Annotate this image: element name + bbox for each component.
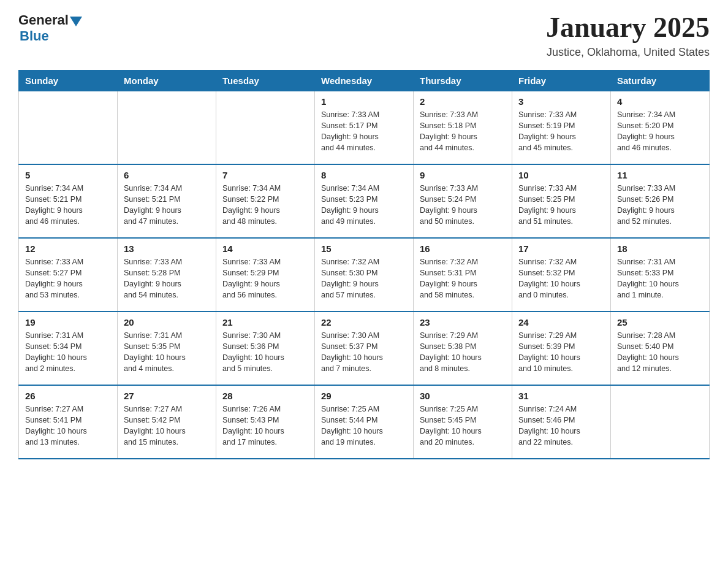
calendar-day-cell: 7Sunrise: 7:34 AM Sunset: 5:22 PM Daylig…: [216, 164, 315, 238]
day-info: Sunrise: 7:25 AM Sunset: 5:45 PM Dayligh…: [420, 404, 506, 448]
day-info: Sunrise: 7:33 AM Sunset: 5:24 PM Dayligh…: [420, 183, 506, 228]
calendar-day-cell: [118, 91, 216, 164]
day-number: 28: [222, 391, 308, 401]
calendar-week-row: 1Sunrise: 7:33 AM Sunset: 5:17 PM Daylig…: [19, 91, 710, 164]
calendar-day-cell: 25Sunrise: 7:28 AM Sunset: 5:40 PM Dayli…: [611, 312, 710, 385]
day-info: Sunrise: 7:26 AM Sunset: 5:43 PM Dayligh…: [222, 404, 308, 448]
calendar-day-cell: 21Sunrise: 7:30 AM Sunset: 5:36 PM Dayli…: [216, 312, 315, 385]
logo: General Blue: [18, 12, 82, 44]
day-number: 15: [321, 243, 407, 254]
calendar-day-cell: 31Sunrise: 7:24 AM Sunset: 5:46 PM Dayli…: [512, 385, 611, 459]
calendar-day-cell: 17Sunrise: 7:32 AM Sunset: 5:32 PM Dayli…: [512, 238, 611, 312]
day-number: 1: [321, 96, 407, 107]
day-number: 11: [617, 170, 703, 180]
day-info: Sunrise: 7:29 AM Sunset: 5:38 PM Dayligh…: [420, 330, 506, 375]
day-number: 7: [222, 170, 308, 180]
day-info: Sunrise: 7:33 AM Sunset: 5:18 PM Dayligh…: [420, 109, 506, 154]
day-info: Sunrise: 7:33 AM Sunset: 5:26 PM Dayligh…: [617, 183, 703, 228]
day-number: 19: [25, 317, 111, 327]
calendar-day-header: Sunday: [19, 70, 118, 91]
calendar-week-row: 5Sunrise: 7:34 AM Sunset: 5:21 PM Daylig…: [19, 164, 710, 238]
day-info: Sunrise: 7:31 AM Sunset: 5:35 PM Dayligh…: [124, 330, 210, 375]
day-number: 21: [222, 317, 308, 327]
calendar-day-cell: 2Sunrise: 7:33 AM Sunset: 5:18 PM Daylig…: [414, 91, 512, 164]
day-number: 17: [518, 243, 604, 254]
calendar-day-cell: [19, 91, 118, 164]
calendar-day-cell: 5Sunrise: 7:34 AM Sunset: 5:21 PM Daylig…: [19, 164, 118, 238]
calendar-table: SundayMondayTuesdayWednesdayThursdayFrid…: [18, 70, 710, 460]
day-number: 20: [124, 317, 210, 327]
calendar-day-cell: 26Sunrise: 7:27 AM Sunset: 5:41 PM Dayli…: [19, 385, 118, 459]
calendar-day-cell: 30Sunrise: 7:25 AM Sunset: 5:45 PM Dayli…: [414, 385, 512, 459]
day-info: Sunrise: 7:25 AM Sunset: 5:44 PM Dayligh…: [321, 404, 407, 448]
calendar-day-header: Tuesday: [216, 70, 315, 91]
calendar-day-header: Friday: [512, 70, 611, 91]
day-info: Sunrise: 7:31 AM Sunset: 5:34 PM Dayligh…: [25, 330, 111, 375]
day-number: 14: [222, 243, 308, 254]
calendar-week-row: 19Sunrise: 7:31 AM Sunset: 5:34 PM Dayli…: [19, 312, 710, 385]
calendar-day-header: Wednesday: [315, 70, 414, 91]
day-info: Sunrise: 7:33 AM Sunset: 5:28 PM Dayligh…: [124, 256, 210, 301]
header: General Blue January 2025 Justice, Oklah…: [18, 12, 710, 59]
day-number: 29: [321, 391, 407, 401]
calendar-day-cell: 23Sunrise: 7:29 AM Sunset: 5:38 PM Dayli…: [414, 312, 512, 385]
calendar-day-cell: 15Sunrise: 7:32 AM Sunset: 5:30 PM Dayli…: [315, 238, 414, 312]
calendar-day-cell: 13Sunrise: 7:33 AM Sunset: 5:28 PM Dayli…: [118, 238, 216, 312]
day-info: Sunrise: 7:30 AM Sunset: 5:37 PM Dayligh…: [321, 330, 407, 375]
day-info: Sunrise: 7:31 AM Sunset: 5:33 PM Dayligh…: [617, 256, 703, 301]
day-number: 12: [25, 243, 111, 254]
day-info: Sunrise: 7:34 AM Sunset: 5:23 PM Dayligh…: [321, 183, 407, 228]
calendar-day-cell: 27Sunrise: 7:27 AM Sunset: 5:42 PM Dayli…: [118, 385, 216, 459]
calendar-day-cell: 10Sunrise: 7:33 AM Sunset: 5:25 PM Dayli…: [512, 164, 611, 238]
day-info: Sunrise: 7:33 AM Sunset: 5:27 PM Dayligh…: [25, 256, 111, 301]
day-info: Sunrise: 7:32 AM Sunset: 5:30 PM Dayligh…: [321, 256, 407, 301]
calendar-day-cell: 28Sunrise: 7:26 AM Sunset: 5:43 PM Dayli…: [216, 385, 315, 459]
logo-triangle-icon: [70, 17, 82, 26]
calendar-day-header: Monday: [118, 70, 216, 91]
day-number: 30: [420, 391, 506, 401]
calendar-day-cell: 3Sunrise: 7:33 AM Sunset: 5:19 PM Daylig…: [512, 91, 611, 164]
day-number: 4: [617, 96, 703, 107]
day-info: Sunrise: 7:34 AM Sunset: 5:21 PM Dayligh…: [124, 183, 210, 228]
calendar-day-cell: 14Sunrise: 7:33 AM Sunset: 5:29 PM Dayli…: [216, 238, 315, 312]
day-info: Sunrise: 7:34 AM Sunset: 5:20 PM Dayligh…: [617, 109, 703, 154]
calendar-week-row: 26Sunrise: 7:27 AM Sunset: 5:41 PM Dayli…: [19, 385, 710, 459]
calendar-day-cell: 9Sunrise: 7:33 AM Sunset: 5:24 PM Daylig…: [414, 164, 512, 238]
day-number: 10: [518, 170, 604, 180]
day-number: 8: [321, 170, 407, 180]
day-number: 25: [617, 317, 703, 327]
day-info: Sunrise: 7:34 AM Sunset: 5:21 PM Dayligh…: [25, 183, 111, 228]
day-info: Sunrise: 7:24 AM Sunset: 5:46 PM Dayligh…: [518, 404, 604, 448]
day-number: 22: [321, 317, 407, 327]
day-info: Sunrise: 7:33 AM Sunset: 5:29 PM Dayligh…: [222, 256, 308, 301]
calendar-week-row: 12Sunrise: 7:33 AM Sunset: 5:27 PM Dayli…: [19, 238, 710, 312]
day-number: 13: [124, 243, 210, 254]
day-info: Sunrise: 7:33 AM Sunset: 5:25 PM Dayligh…: [518, 183, 604, 228]
day-number: 23: [420, 317, 506, 327]
calendar-day-cell: 1Sunrise: 7:33 AM Sunset: 5:17 PM Daylig…: [315, 91, 414, 164]
calendar-day-cell: [611, 385, 710, 459]
calendar-day-header: Thursday: [414, 70, 512, 91]
page-title: January 2025: [546, 12, 710, 44]
page-subtitle: Justice, Oklahoma, United States: [546, 46, 710, 59]
day-info: Sunrise: 7:28 AM Sunset: 5:40 PM Dayligh…: [617, 330, 703, 375]
day-number: 27: [124, 391, 210, 401]
day-info: Sunrise: 7:33 AM Sunset: 5:19 PM Dayligh…: [518, 109, 604, 154]
calendar-day-cell: 4Sunrise: 7:34 AM Sunset: 5:20 PM Daylig…: [611, 91, 710, 164]
title-area: January 2025 Justice, Oklahoma, United S…: [546, 12, 710, 59]
calendar-day-cell: 24Sunrise: 7:29 AM Sunset: 5:39 PM Dayli…: [512, 312, 611, 385]
day-number: 26: [25, 391, 111, 401]
day-info: Sunrise: 7:29 AM Sunset: 5:39 PM Dayligh…: [518, 330, 604, 375]
calendar-day-cell: 8Sunrise: 7:34 AM Sunset: 5:23 PM Daylig…: [315, 164, 414, 238]
calendar-day-cell: 6Sunrise: 7:34 AM Sunset: 5:21 PM Daylig…: [118, 164, 216, 238]
day-info: Sunrise: 7:32 AM Sunset: 5:32 PM Dayligh…: [518, 256, 604, 301]
day-number: 16: [420, 243, 506, 254]
calendar-day-cell: 22Sunrise: 7:30 AM Sunset: 5:37 PM Dayli…: [315, 312, 414, 385]
day-number: 3: [518, 96, 604, 107]
day-info: Sunrise: 7:27 AM Sunset: 5:41 PM Dayligh…: [25, 404, 111, 448]
calendar-day-cell: 12Sunrise: 7:33 AM Sunset: 5:27 PM Dayli…: [19, 238, 118, 312]
calendar-day-cell: 19Sunrise: 7:31 AM Sunset: 5:34 PM Dayli…: [19, 312, 118, 385]
calendar-header-row: SundayMondayTuesdayWednesdayThursdayFrid…: [19, 70, 710, 91]
day-number: 31: [518, 391, 604, 401]
day-number: 2: [420, 96, 506, 107]
